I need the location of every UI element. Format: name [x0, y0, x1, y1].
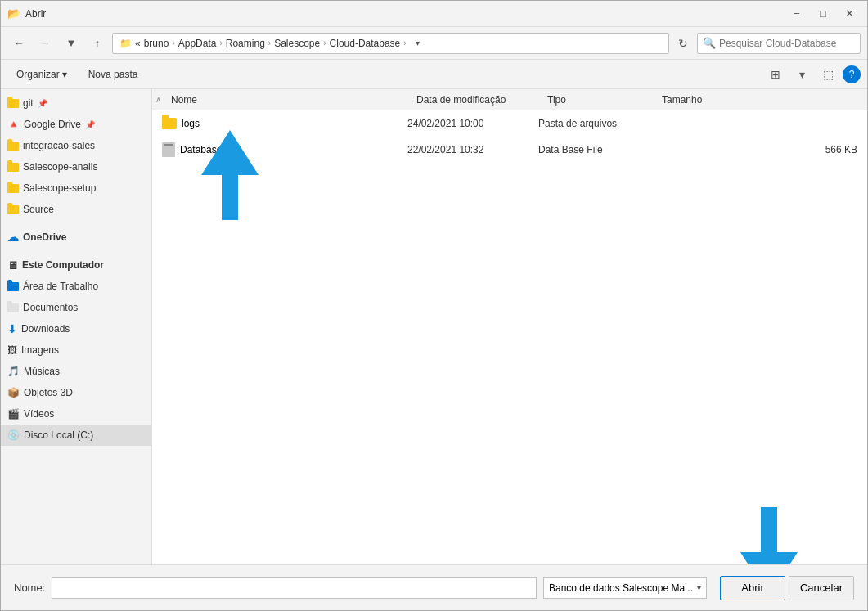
path-dropdown-arrow: ▾ — [410, 38, 426, 47]
path-cloud-database: Cloud-Database — [330, 38, 401, 49]
sidebar: git 📌 🔺 Google Drive 📌 integracao-sales … — [1, 89, 152, 564]
sidebar-label: Documentos — [23, 302, 78, 313]
sidebar-label: Downloads — [21, 323, 70, 335]
sidebar-label: Salescope-analis — [23, 161, 97, 173]
sidebar-label: Vídeos — [24, 408, 54, 420]
dialog-title: Abrir — [25, 8, 46, 20]
sidebar-item-integracao[interactable]: integracao-sales — [1, 135, 151, 156]
filename-input[interactable] — [52, 577, 537, 599]
sidebar-item-salescope-setup[interactable]: Salescope-setup — [1, 177, 151, 199]
view-dropdown-button[interactable]: ▾ — [790, 64, 813, 85]
open-button[interactable]: Abrir — [720, 576, 785, 600]
new-folder-button[interactable]: Nova pasta — [79, 64, 147, 85]
sidebar-computer[interactable]: 🖥 Este Computador — [1, 254, 151, 276]
forward-button[interactable]: → — [34, 32, 56, 55]
sidebar-item-documents[interactable]: Documentos — [1, 297, 151, 318]
folder-icon — [162, 118, 177, 129]
path-bruno: bruno — [144, 38, 169, 49]
sidebar-item-music[interactable]: 🎵 Músicas — [1, 361, 151, 382]
search-input[interactable] — [719, 38, 855, 49]
folder-icon-docs — [7, 303, 19, 312]
dropdown-button[interactable]: ▼ — [60, 32, 83, 55]
sidebar-item-videos[interactable]: 🎬 Vídeos — [1, 403, 151, 425]
dialog-icon: 📂 — [7, 7, 20, 20]
sidebar-label: Área de Trabalho — [23, 281, 98, 292]
file-label: logs — [182, 118, 200, 129]
file-row-logs[interactable]: logs 24/02/2021 10:00 Pasta de arquivos — [152, 110, 867, 137]
file-date-database: 22/02/2021 10:32 — [401, 144, 532, 155]
sidebar-label: git — [23, 97, 34, 109]
sidebar-item-images[interactable]: 🖼 Imagens — [1, 339, 151, 361]
col-header-size[interactable]: Tamanho — [655, 94, 864, 106]
column-header: ∧ Nome Data de modificação Tipo Tamanho — [152, 89, 867, 110]
folder-icon — [7, 163, 19, 172]
sidebar-item-googledrive[interactable]: 🔺 Google Drive 📌 — [1, 114, 151, 135]
refresh-button[interactable]: ↻ — [672, 33, 694, 54]
file-name-database: Database.db — [155, 142, 401, 157]
downloads-icon: ⬇ — [7, 322, 17, 335]
path-sep-1: › — [172, 38, 174, 47]
action-buttons: Abrir Cancelar — [720, 576, 854, 600]
onedrive-icon: ☁ — [7, 231, 19, 244]
sidebar-label: integracao-sales — [23, 140, 95, 151]
search-box[interactable]: 🔍 — [697, 33, 861, 54]
videos-icon: 🎬 — [7, 408, 20, 420]
sidebar-label: Objetos 3D — [24, 387, 73, 398]
dropdown-arrow: ▾ — [697, 583, 701, 592]
sidebar-label: Este Computador — [22, 259, 104, 271]
path-sep-2: › — [219, 38, 222, 47]
bottom-bar: Nome: Banco de dados Salescope Ma... ▾ A… — [1, 564, 867, 610]
path-salescope: Salescope — [274, 38, 320, 49]
sidebar-item-source[interactable]: Source — [1, 199, 151, 220]
sidebar-item-git[interactable]: git 📌 — [1, 92, 151, 114]
path-icon: 📁 — [119, 38, 132, 49]
address-bar: ← → ▼ ↑ 📁 « bruno › AppData › Roaming › … — [1, 27, 867, 60]
address-path[interactable]: 📁 « bruno › AppData › Roaming › Salescop… — [112, 33, 669, 54]
path-sep-4: › — [323, 38, 326, 47]
maximize-button[interactable]: □ — [812, 6, 834, 22]
sidebar-label: Google Drive — [24, 119, 81, 130]
help-button[interactable]: ? — [843, 65, 861, 83]
file-name-logs: logs — [155, 118, 401, 129]
view-button[interactable]: ⊞ — [764, 64, 787, 85]
main-content: git 📌 🔺 Google Drive 📌 integracao-sales … — [1, 89, 867, 564]
folder-icon-desktop — [7, 282, 19, 291]
file-row-database[interactable]: Database.db 22/02/2021 10:32 Data Base F… — [152, 137, 867, 163]
minimize-button[interactable]: − — [785, 6, 808, 22]
file-label: Database.db — [180, 144, 236, 155]
organize-button[interactable]: Organizar ▾ — [7, 64, 76, 85]
close-button[interactable]: ✕ — [838, 6, 861, 22]
filetype-label: Banco de dados Salescope Ma... — [549, 582, 693, 594]
music-icon: 🎵 — [7, 366, 20, 377]
file-type-database: Data Base File — [532, 144, 646, 155]
sidebar-item-3d[interactable]: 📦 Objetos 3D — [1, 382, 151, 403]
filetype-dropdown[interactable]: Banco de dados Salescope Ma... ▾ — [543, 577, 707, 599]
sidebar-label: Source — [23, 204, 54, 215]
sidebar-label: Disco Local (C:) — [24, 429, 93, 441]
path-roaming: Roaming — [226, 38, 265, 49]
folder-icon — [7, 99, 19, 108]
col-header-date[interactable]: Data de modificação — [410, 94, 541, 106]
sidebar-item-localdisk[interactable]: 💿 Disco Local (C:) — [1, 425, 151, 446]
folder-icon — [7, 184, 19, 193]
back-button[interactable]: ← — [7, 32, 30, 55]
sidebar-item-desktop[interactable]: Área de Trabalho — [1, 276, 151, 297]
sidebar-label: Músicas — [24, 366, 60, 377]
title-bar: 📂 Abrir − □ ✕ — [1, 1, 867, 27]
sidebar-item-salescope-analis[interactable]: Salescope-analis — [1, 156, 151, 177]
up-button[interactable]: ↑ — [86, 32, 109, 55]
toolbar-right: ⊞ ▾ ⬚ ? — [764, 64, 861, 85]
pin-icon: 📌 — [85, 120, 95, 129]
sidebar-onedrive[interactable]: ☁ OneDrive — [1, 227, 151, 248]
disk-icon: 💿 — [7, 429, 20, 441]
path-sep-5: › — [403, 38, 406, 47]
col-header-name[interactable]: Nome — [164, 94, 410, 106]
cancel-button[interactable]: Cancelar — [789, 576, 854, 600]
search-icon: 🔍 — [703, 37, 716, 49]
3d-icon: 📦 — [7, 387, 20, 398]
googledrive-icon: 🔺 — [7, 119, 20, 130]
col-header-type[interactable]: Tipo — [541, 94, 655, 106]
file-size-database: 566 KB — [646, 144, 864, 155]
pane-button[interactable]: ⬚ — [816, 64, 839, 85]
sidebar-item-downloads[interactable]: ⬇ Downloads — [1, 318, 151, 339]
